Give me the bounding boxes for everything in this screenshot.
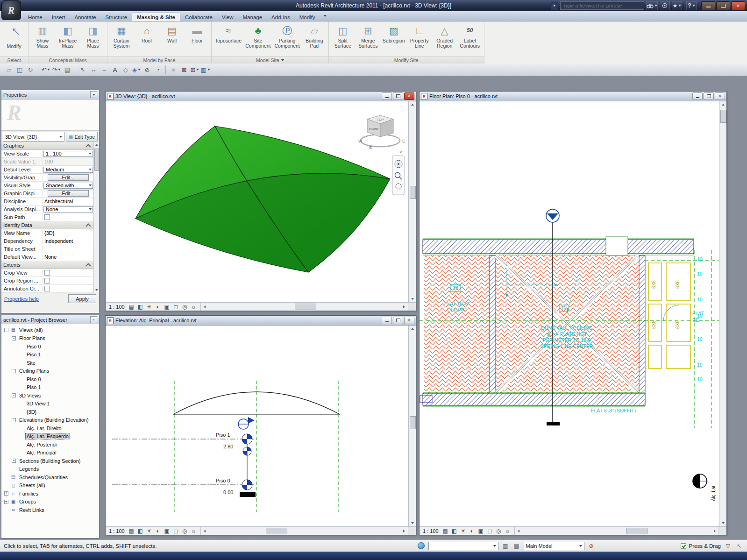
compass-east[interactable]: E <box>402 139 405 143</box>
view-close-button[interactable]: × <box>404 317 414 324</box>
temporary-hide-isolate-icon[interactable]: ◎ <box>181 528 188 534</box>
property-value[interactable] <box>43 245 94 253</box>
button-label-contours[interactable]: 50LabelContours <box>457 22 483 49</box>
palette-options-icon[interactable] <box>90 91 97 98</box>
browser-item-legends[interactable]: Legends <box>1 465 99 474</box>
expand-icon[interactable]: + <box>12 459 16 463</box>
browser-item-ceiling-plans[interactable]: -Ceiling Plans <box>1 367 99 376</box>
property-value[interactable]: Architectural <box>43 198 94 205</box>
close-hidden-windows-icon[interactable]: ⊠ <box>179 64 189 75</box>
crop-view-icon[interactable]: ▣ <box>477 528 484 534</box>
shadows-icon[interactable]: ◐ <box>155 528 162 534</box>
editable-only-icon[interactable]: ▥ <box>501 542 510 550</box>
sun-path-icon[interactable]: ☀ <box>460 528 467 534</box>
horizontal-scrollbar[interactable] <box>201 527 408 535</box>
infocenter-toggle-icon[interactable] <box>551 1 558 10</box>
section-icon[interactable]: ⊘ <box>142 64 152 75</box>
plan-exterior-wall-top[interactable] <box>423 237 694 255</box>
vault-note-line1[interactable]: QUNS VAULT CEILING <box>541 325 592 331</box>
property-group-extents[interactable]: Extents <box>1 261 94 269</box>
browser-item-al-lat-direito[interactable]: Alç. Lat. Direito <box>1 424 99 432</box>
plan-wall-mid[interactable] <box>490 255 496 393</box>
button-wall[interactable]: ▤Wall <box>159 22 185 44</box>
save-icon[interactable]: ◫ <box>14 64 25 75</box>
view-window-elevation[interactable]: R Elevation: Alç. Principal - acrilico.r… <box>105 315 416 535</box>
visual-style-icon[interactable]: ◧ <box>137 304 144 310</box>
browser-item-3d[interactable]: {3D} <box>1 408 99 416</box>
tab-structure[interactable]: Structure <box>101 13 132 21</box>
switch-windows-icon[interactable]: ⊞ <box>190 64 200 75</box>
view-window-3d[interactable]: R 3D View: {3D} - acrilico.rvt × <box>105 91 416 311</box>
button-roof[interactable]: ⌂Roof <box>134 22 159 44</box>
tab-annotate[interactable]: Annotate <box>70 13 100 21</box>
project-browser-header[interactable]: acrilico.rvt - Project Browser × <box>1 315 99 325</box>
temporary-hide-isolate-icon[interactable]: ◎ <box>181 304 188 310</box>
view-restore-button[interactable] <box>393 92 403 100</box>
shadows-icon[interactable]: ◐ <box>469 528 476 534</box>
button-show-mass[interactable]: ▥ShowMass <box>30 22 55 49</box>
reveal-hidden-elements-icon[interactable]: ☼ <box>190 304 197 310</box>
tab-modify[interactable]: Modify <box>295 13 320 21</box>
panel-label-select[interactable]: Select <box>0 56 28 64</box>
properties-header[interactable]: Properties <box>1 90 99 99</box>
restore-button[interactable] <box>716 1 730 10</box>
print-icon[interactable]: ▤ <box>62 64 72 75</box>
button-subregion[interactable]: ▨Subregion <box>381 22 407 44</box>
view-scale-button[interactable]: 1 : 100 <box>109 528 125 534</box>
viewcube-top-label[interactable]: TOP <box>377 118 384 121</box>
browser-item-views-all[interactable]: -▦Views (all) <box>1 326 99 334</box>
show-crop-region-icon[interactable]: ◻ <box>172 304 179 310</box>
detail-level-icon[interactable]: ▤ <box>442 528 449 534</box>
worksets-icon[interactable] <box>417 542 426 550</box>
edit-button[interactable]: Edit... <box>48 190 89 197</box>
sun-path-icon[interactable]: ☀ <box>146 528 153 534</box>
view-restore-button[interactable] <box>704 92 714 100</box>
collapse-chevron-icon[interactable] <box>85 144 91 149</box>
user-interface-icon[interactable]: ▥ <box>200 64 211 75</box>
crop-view-icon[interactable]: ▣ <box>164 528 171 534</box>
expand-icon[interactable]: + <box>4 500 8 504</box>
button-merge-surfaces[interactable]: ⊞MergeSurfaces <box>356 22 381 49</box>
properties-scrollbar[interactable] <box>93 142 99 293</box>
view-window-3d-titlebar[interactable]: R 3D View: {3D} - acrilico.rvt × <box>106 92 416 101</box>
properties-help-link[interactable]: Properties help <box>4 296 39 302</box>
button-place-mass[interactable]: ◨PlaceMass <box>80 22 106 49</box>
property-group-graphics[interactable]: Graphics <box>1 142 94 150</box>
minimize-button[interactable] <box>701 1 715 10</box>
communication-center-icon[interactable] <box>660 1 670 10</box>
property-value[interactable]: Medium <box>43 167 93 173</box>
button-curtain-system[interactable]: ▦CurtainSystem <box>109 22 134 49</box>
button-in-place-mass[interactable]: ◧In-PlaceMass <box>55 22 80 49</box>
button-floor[interactable]: ▬Floor <box>185 22 210 44</box>
infocenter-search-input[interactable] <box>560 1 644 10</box>
compass-south[interactable]: S <box>369 145 372 150</box>
view-window-elevation-titlebar[interactable]: R Elevation: Alç. Principal - acrilico.r… <box>106 316 416 326</box>
canvas-elevation[interactable]: Piso 1 2.80 Piso 0 0.00 <box>106 326 408 526</box>
browser-item-site[interactable]: Site <box>1 359 99 367</box>
button-toposurface[interactable]: ≈Toposurface <box>213 22 243 44</box>
navigation-bar[interactable]: × <box>392 150 405 195</box>
view-close-button[interactable]: × <box>715 92 725 100</box>
horizontal-scrollbar[interactable] <box>515 527 719 535</box>
viewcube-front-label[interactable]: FRONT <box>369 128 379 130</box>
collapse-icon[interactable]: - <box>12 369 16 373</box>
type-selector-dropdown[interactable]: 3D View: {3D} <box>3 132 64 142</box>
button-site-component[interactable]: ♣SiteComponent <box>243 22 272 49</box>
worksets-dropdown[interactable] <box>428 542 498 550</box>
browser-item-groups[interactable]: +▣Groups <box>1 498 99 506</box>
measure-icon[interactable]: ↔ <box>88 64 99 75</box>
plan-exterior-wall-bottom[interactable] <box>423 392 645 407</box>
apply-button[interactable]: Apply <box>68 294 96 303</box>
undo-icon[interactable]: ↶ <box>41 64 51 75</box>
show-crop-region-icon[interactable]: ◻ <box>172 528 179 534</box>
value-checkbox[interactable] <box>44 278 50 284</box>
press-drag-checkbox[interactable] <box>681 543 686 549</box>
browser-item-piso-0[interactable]: Piso 0 <box>1 342 99 351</box>
property-value[interactable]: None <box>43 206 93 213</box>
collapse-icon[interactable]: - <box>12 336 16 340</box>
value-checkbox[interactable] <box>44 270 50 276</box>
redo-icon[interactable]: ↷ <box>51 64 62 75</box>
vertical-scrollbar[interactable] <box>719 101 726 526</box>
browser-item-al-posterior[interactable]: Alç. Posterior <box>1 440 99 449</box>
shadows-icon[interactable]: ◐ <box>155 304 162 310</box>
